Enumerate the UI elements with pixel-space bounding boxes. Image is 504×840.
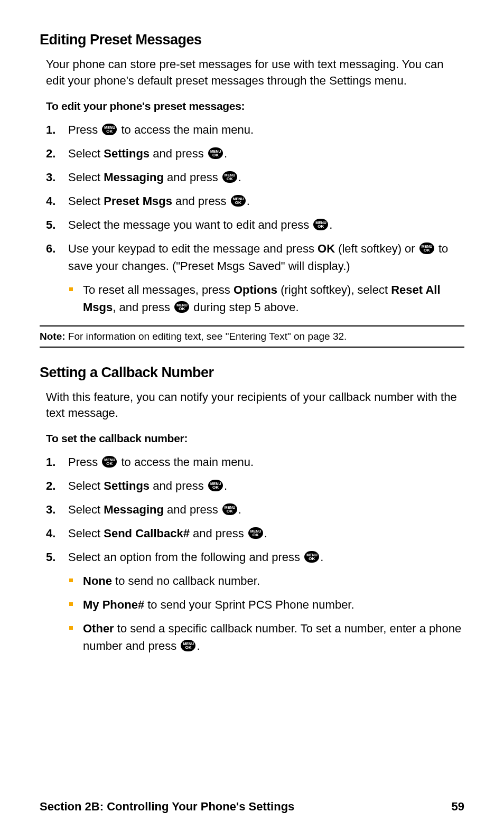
heading-setting-callback: Setting a Callback Number: [40, 365, 464, 381]
intro-callback: With this feature, you can notify your r…: [46, 389, 464, 422]
step-5: Select the message you want to edit and …: [46, 216, 464, 234]
menu-ok-icon: MENUOK: [222, 503, 237, 515]
menu-ok-icon: MENUOK: [208, 480, 223, 491]
note-block: Note: For information on editing text, s…: [40, 325, 464, 348]
subheading-edit-preset: To edit your phone's preset messages:: [46, 100, 464, 113]
steps-list-callback: Press MENUOK to access the main menu. Se…: [46, 453, 464, 655]
menu-ok-icon: MENUOK: [102, 124, 117, 135]
footer-page-number: 59: [452, 800, 464, 814]
page-footer: Section 2B: Controlling Your Phone's Set…: [40, 800, 464, 814]
menu-ok-icon: MENUOK: [102, 456, 117, 468]
menu-ok-icon: MENUOK: [248, 527, 263, 539]
subheading-callback: To set the callback number:: [46, 432, 464, 445]
step-3: Select Messaging and press MENUOK.: [46, 169, 464, 186]
option-none: None to send no callback number.: [68, 572, 464, 590]
intro-text: Your phone can store pre-set messages fo…: [46, 57, 464, 89]
menu-ok-icon: MENUOK: [304, 551, 319, 563]
menu-ok-icon: MENUOK: [231, 195, 246, 207]
heading-editing-preset-messages: Editing Preset Messages: [40, 32, 464, 48]
option-my-phone: My Phone# to send your Sprint PCS Phone …: [68, 596, 464, 613]
menu-ok-icon: MENUOK: [419, 242, 434, 254]
step-1: Press MENUOK to access the main menu.: [46, 121, 464, 138]
note-text: For information on editing text, see "En…: [66, 331, 347, 342]
sub-bullet: To reset all messages, press Options (ri…: [68, 281, 464, 316]
option-other: Other to send a specific callback number…: [68, 620, 464, 655]
step-2: Select Settings and press MENUOK.: [46, 477, 464, 494]
sub-bullet-list: To reset all messages, press Options (ri…: [68, 281, 464, 316]
step-3: Select Messaging and press MENUOK.: [46, 501, 464, 518]
step-5: Select an option from the following and …: [46, 548, 464, 655]
menu-ok-icon: MENUOK: [181, 640, 195, 651]
options-list: None to send no callback number. My Phon…: [68, 572, 464, 655]
menu-ok-icon: MENUOK: [313, 219, 328, 230]
step-2: Select Settings and press MENUOK.: [46, 145, 464, 162]
menu-ok-icon: MENUOK: [208, 147, 223, 159]
menu-ok-icon: MENUOK: [174, 301, 189, 313]
step-1: Press MENUOK to access the main menu.: [46, 453, 464, 471]
steps-list-edit-preset: Press MENUOK to access the main menu. Se…: [46, 121, 464, 316]
note-label: Note:: [40, 331, 66, 342]
menu-ok-icon: MENUOK: [222, 171, 237, 183]
step-6: Use your keypad to edit the message and …: [46, 240, 464, 316]
step-4: Select Preset Msgs and press MENUOK.: [46, 192, 464, 210]
step-4: Select Send Callback# and press MENUOK.: [46, 525, 464, 542]
footer-section: Section 2B: Controlling Your Phone's Set…: [40, 800, 294, 814]
